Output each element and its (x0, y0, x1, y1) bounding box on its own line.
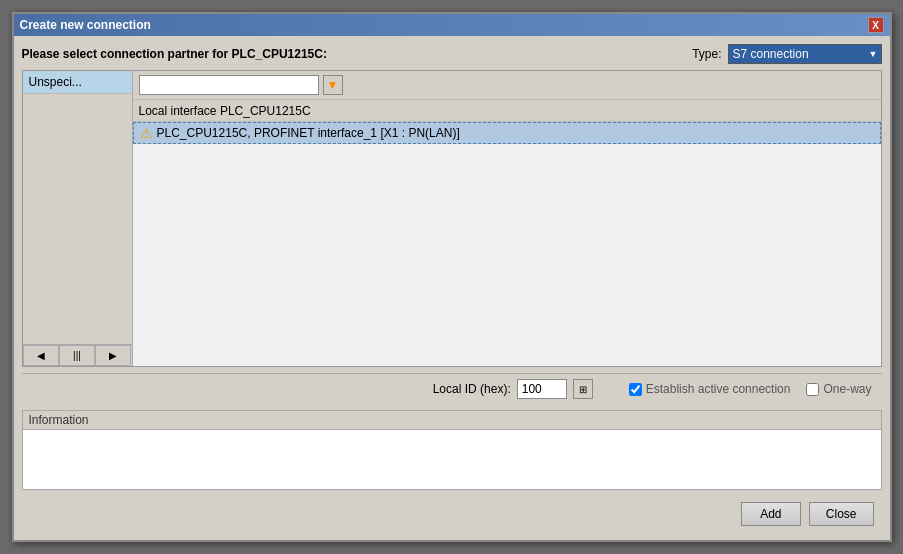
filter-icon[interactable]: ▼ (323, 75, 343, 95)
local-id-group: Local ID (hex): ⊞ (433, 379, 593, 399)
close-icon[interactable]: X (868, 17, 884, 33)
row-text: PLC_CPU1215C, PROFINET interface_1 [X1 :… (157, 126, 460, 140)
dialog-title: Create new connection (20, 18, 151, 32)
establish-active-label: Establish active connection (646, 382, 791, 396)
controls-row: Local ID (hex): ⊞ Establish active conne… (22, 373, 882, 404)
main-content: Unspeci... ◀ ||| ▶ ▼ (22, 70, 882, 367)
top-row: Please select connection partner for PLC… (22, 44, 882, 64)
info-body (23, 430, 881, 438)
table-row[interactable]: ⚠ PLC_CPU1215C, PROFINET interface_1 [X1… (133, 122, 881, 144)
type-select[interactable]: S7 connection TCP connection ISO-on-TCP … (728, 44, 882, 64)
establish-active-checkbox[interactable] (629, 383, 642, 396)
type-selector-group: Type: S7 connection TCP connection ISO-o… (692, 44, 881, 64)
dialog-body: Please select connection partner for PLC… (14, 36, 890, 540)
left-panel: Unspeci... ◀ ||| ▶ (23, 71, 133, 366)
prompt-text: Please select connection partner for PLC… (22, 47, 327, 61)
local-id-label: Local ID (hex): (433, 382, 511, 396)
search-input[interactable] (139, 75, 319, 95)
scroll-left-button[interactable]: ◀ (23, 345, 59, 366)
add-button[interactable]: Add (741, 502, 801, 526)
button-row: Add Close (22, 496, 882, 532)
one-way-checkbox[interactable] (806, 383, 819, 396)
table-row: Local interface PLC_CPU1215C (133, 100, 881, 122)
warning-icon: ⚠ (140, 125, 153, 141)
create-connection-dialog: Create new connection X Please select co… (12, 12, 892, 542)
info-header: Information (23, 411, 881, 430)
right-panel: ▼ Local interface PLC_CPU1215C ⚠ PLC_CPU… (133, 71, 881, 366)
establish-active-group: Establish active connection (629, 382, 791, 396)
local-id-button[interactable]: ⊞ (573, 379, 593, 399)
one-way-label: One-way (823, 382, 871, 396)
scroll-center-button[interactable]: ||| (59, 345, 95, 366)
left-panel-item[interactable]: Unspeci... (23, 71, 132, 94)
info-area: Information (22, 410, 882, 490)
type-label: Type: (692, 47, 721, 61)
left-panel-bottom: ◀ ||| ▶ (23, 344, 132, 366)
type-select-wrapper[interactable]: S7 connection TCP connection ISO-on-TCP … (728, 44, 882, 64)
left-panel-scroll: Unspeci... (23, 71, 132, 344)
scroll-right-button[interactable]: ▶ (95, 345, 131, 366)
local-id-input[interactable] (517, 379, 567, 399)
title-bar: Create new connection X (14, 14, 890, 36)
row-text: Local interface PLC_CPU1215C (139, 104, 311, 118)
one-way-group: One-way (806, 382, 871, 396)
table-area: Local interface PLC_CPU1215C ⚠ PLC_CPU12… (133, 100, 881, 366)
search-row: ▼ (133, 71, 881, 100)
close-button[interactable]: Close (809, 502, 874, 526)
